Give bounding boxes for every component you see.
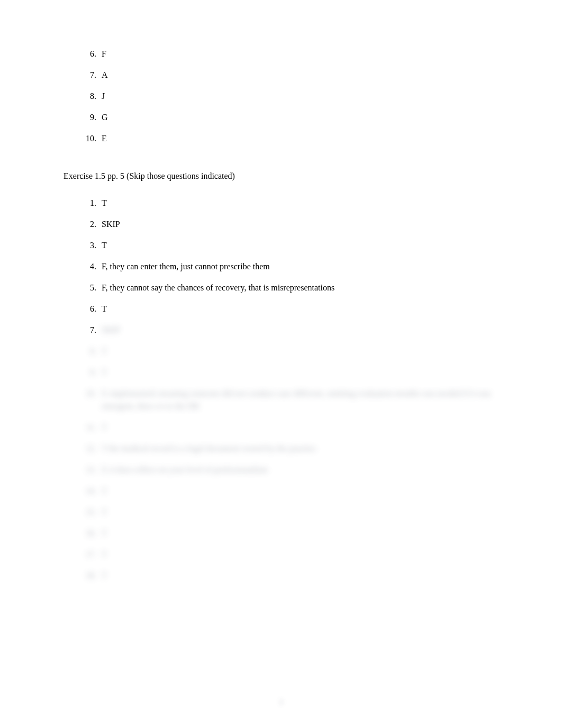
- list-item: 11. T: [81, 421, 498, 434]
- item-text: G: [102, 111, 498, 124]
- list-item: 7. A: [81, 69, 498, 81]
- list-item: 1. T: [81, 197, 498, 210]
- item-number: 9.: [81, 366, 96, 379]
- item-text: T: [102, 239, 498, 252]
- item-text: F, it does reflect on your level of prof…: [102, 463, 498, 476]
- list-item: 4. F, they can enter them, just cannot p…: [81, 260, 498, 273]
- list-item: 10. E: [81, 132, 498, 145]
- list-item: 16. T: [81, 527, 498, 540]
- item-text: J: [102, 90, 498, 103]
- item-text: F, they cannot say the chances of recove…: [102, 281, 498, 294]
- item-text: T: [102, 485, 498, 497]
- page-number: 3: [0, 698, 562, 707]
- item-number: 8.: [81, 345, 96, 358]
- list-item: 2. SKIP: [81, 218, 498, 231]
- item-text: T: [102, 548, 498, 561]
- item-text: F: [102, 48, 498, 60]
- list-item: 14. T: [81, 485, 498, 497]
- item-text: F, they can enter them, just cannot pres…: [102, 260, 498, 273]
- item-number: 15.: [81, 506, 96, 518]
- item-number: 5.: [81, 281, 96, 294]
- item-number: 9.: [81, 111, 96, 124]
- top-answer-list: 6. F 7. A 8. J 9. G 10. E: [64, 48, 498, 145]
- list-item: 18. T: [81, 569, 498, 582]
- list-item: 17. T: [81, 548, 498, 561]
- item-number: 6.: [81, 303, 96, 315]
- list-item: 6. F: [81, 48, 498, 60]
- item-text: T: [102, 345, 498, 358]
- list-item: 13. F, it does reflect on your level of …: [81, 463, 498, 476]
- list-item: 6. T: [81, 303, 498, 315]
- section-heading: Exercise 1.5 pp. 5 (Skip those questions…: [64, 171, 498, 181]
- item-number: 11.: [81, 421, 96, 434]
- item-text: T the medical record is a legal document…: [102, 442, 498, 455]
- item-text: E: [102, 132, 498, 145]
- item-text: T: [102, 506, 498, 518]
- list-item: 8. J: [81, 90, 498, 103]
- list-item: 5. F, they cannot say the chances of rec…: [81, 281, 498, 294]
- item-text: SKIP: [102, 324, 498, 336]
- item-text: A: [102, 69, 498, 81]
- item-number: 16.: [81, 527, 96, 540]
- list-item: 15. T: [81, 506, 498, 518]
- item-text: T: [102, 569, 498, 582]
- item-number: 17.: [81, 548, 96, 561]
- item-text: SKIP: [102, 218, 498, 231]
- item-number: 13.: [81, 463, 96, 476]
- item-number: 6.: [81, 48, 96, 60]
- list-item: 3. T: [81, 239, 498, 252]
- item-text: T: [102, 527, 498, 540]
- list-item: 9. G: [81, 111, 498, 124]
- item-number: 10.: [81, 387, 96, 400]
- item-number: 12.: [81, 442, 96, 455]
- item-number: 14.: [81, 485, 96, 497]
- exercise-list: 1. T 2. SKIP 3. T 4. F, they can enter t…: [64, 197, 498, 582]
- item-number: 1.: [81, 197, 96, 210]
- list-item: 12. T the medical record is a legal docu…: [81, 442, 498, 455]
- item-text: T: [102, 303, 498, 315]
- item-text: T: [102, 366, 498, 379]
- item-number: 7.: [81, 69, 96, 81]
- item-number: 3.: [81, 239, 96, 252]
- list-item: 8. T: [81, 345, 498, 358]
- item-number: 4.: [81, 260, 96, 273]
- item-text: T: [102, 421, 498, 434]
- list-item: 9. T: [81, 366, 498, 379]
- item-number: 10.: [81, 132, 96, 145]
- item-text: F, implemented; meaning someone did not …: [102, 387, 498, 413]
- item-number: 18.: [81, 569, 96, 582]
- list-item: 7. SKIP: [81, 324, 498, 336]
- item-number: 8.: [81, 90, 96, 103]
- item-number: 2.: [81, 218, 96, 231]
- list-item: 10. F, implemented; meaning someone did …: [81, 387, 498, 413]
- item-number: 7.: [81, 324, 96, 336]
- item-text: T: [102, 197, 498, 210]
